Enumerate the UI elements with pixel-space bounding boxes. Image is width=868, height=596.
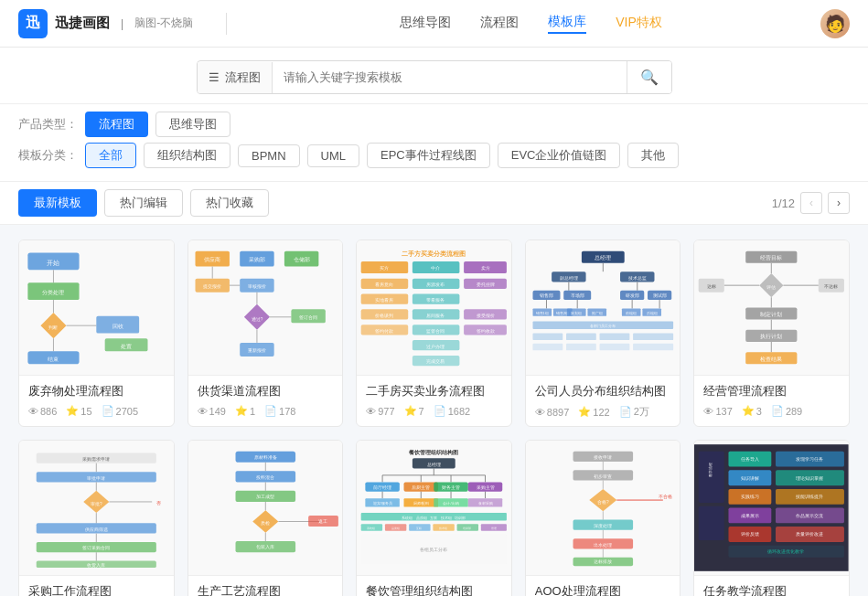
svg-text:审核报价: 审核报价	[248, 283, 266, 289]
svg-text:采购主管: 采购主管	[477, 484, 495, 490]
svg-text:过户办理: 过户办理	[426, 344, 445, 349]
svg-rect-111	[599, 344, 629, 350]
prev-page-button[interactable]: ‹	[800, 192, 822, 214]
logo-name: 迅捷画图	[55, 15, 110, 32]
svg-text:委托挂牌: 委托挂牌	[477, 282, 495, 287]
svg-text:制定计划: 制定计划	[761, 311, 783, 317]
card-3[interactable]: 总经理 副总经理 技术总监 销售部 市场部 研发部 测试部	[525, 239, 681, 427]
sort-tabs: 最新模板 热门编辑 热门收藏	[18, 189, 269, 217]
svg-text:回收: 回收	[113, 324, 123, 329]
sort-newest[interactable]: 最新模板	[18, 189, 97, 217]
card-saves-0: 📄 2705	[102, 405, 138, 417]
next-page-button[interactable]: ›	[828, 192, 850, 214]
card-title-4: 经营管理流程图	[703, 383, 840, 399]
category-epc[interactable]: EPC事件过程线图	[367, 143, 490, 168]
svg-text:作品展示交流: 作品展示交流	[796, 513, 824, 518]
svg-rect-110	[566, 344, 596, 350]
svg-text:二手方买卖分类流程图: 二手方买卖分类流程图	[402, 250, 466, 257]
card-views-1: 👁 149	[198, 406, 226, 417]
svg-text:接收申请: 接收申请	[594, 454, 612, 460]
card-7[interactable]: 餐饮管理组织结构图 总经理 前厅经理 后厨主管 财务主管	[356, 440, 512, 596]
svg-text:检查结果: 检查结果	[761, 357, 783, 362]
svg-text:实地看房: 实地看房	[375, 297, 393, 303]
card-saves-1: 📄 178	[264, 405, 295, 417]
page-info: 1/12	[772, 197, 795, 210]
svg-text:审批?: 审批?	[91, 501, 102, 506]
card-1[interactable]: 供应商 采购部 仓储部 提交报价 审核报价 通过? 签订合同	[188, 239, 344, 427]
pagination: 1/12 ‹ ›	[772, 192, 850, 214]
card-thumb-8: 接收申请 初步审查 合格? 深度处理 出水处理 达标排放	[526, 441, 680, 576]
nav-templates[interactable]: 模板库	[548, 14, 586, 34]
nav-vip[interactable]: VIP特权	[616, 15, 662, 33]
card-info-0: 废弃物处理流程图 👁 886 ⭐ 15 📄 2705	[19, 376, 174, 424]
svg-text:监督合同: 监督合同	[426, 328, 445, 334]
svg-text:采购部: 采购部	[249, 256, 265, 262]
svg-text:策划组: 策划组	[571, 311, 582, 315]
search-button[interactable]: 🔍	[627, 61, 671, 93]
svg-text:达标: 达标	[707, 283, 716, 289]
card-4[interactable]: 经营目标 评估 制定计划 执行计划 检查结果 不达标	[693, 239, 850, 427]
svg-text:加工成型: 加工成型	[256, 494, 274, 499]
svg-text:投料混合: 投料混合	[255, 474, 274, 480]
logo-icon: 迅	[18, 9, 48, 38]
category-filter-label: 模板分类：	[18, 147, 78, 164]
svg-text:深度处理: 深度处理	[594, 523, 612, 528]
card-views-2: 👁 977	[366, 406, 394, 417]
category-org[interactable]: 组织结构图	[144, 143, 230, 168]
filter-flowchart[interactable]: 流程图	[85, 112, 148, 137]
svg-text:签订采购合同: 签订采购合同	[82, 545, 110, 550]
sort-popular-edit[interactable]: 热门编辑	[104, 189, 183, 217]
card-8[interactable]: 接收申请 初步审查 合格? 深度处理 出水处理 达标排放	[525, 440, 681, 596]
card-9[interactable]: 教学流程 任务导入 知识讲解 实践练习 成果展示 评价反馈 发现学习任务 理论知…	[693, 440, 850, 596]
svg-text:合格?: 合格?	[597, 499, 609, 505]
svg-text:质检: 质检	[261, 520, 270, 526]
svg-text:技能训练提升: 技能训练提升	[796, 494, 824, 499]
svg-text:供应商: 供应商	[204, 256, 220, 262]
svg-text:迎宾/服务员: 迎宾/服务员	[373, 501, 392, 506]
search-input[interactable]	[273, 63, 627, 91]
svg-text:接受报价: 接受报价	[477, 313, 495, 318]
category-other[interactable]: 其他	[627, 143, 679, 168]
svg-text:知识讲解: 知识讲解	[741, 475, 759, 481]
card-title-5: 采购工作流程图	[28, 583, 165, 596]
card-6[interactable]: 原材料准备 投料混合 加工成型 质检 包装入库 返工	[188, 440, 344, 596]
card-info-9: 任务教学流程图 👁 410 ⭐ 5 📄 183	[694, 576, 849, 596]
category-all[interactable]: 全部	[85, 143, 136, 168]
nav-menu: 思维导图 流程图 模板库 VIP特权	[241, 14, 820, 34]
product-filter-label: 产品类型：	[18, 116, 78, 133]
nav-mindmap[interactable]: 思维导图	[400, 15, 451, 33]
card-thumb-9: 教学流程 任务导入 知识讲解 实践练习 成果展示 评价反馈 发现学习任务 理论知…	[694, 441, 849, 576]
nav-flowchart[interactable]: 流程图	[480, 15, 519, 33]
svg-text:判断: 判断	[48, 325, 58, 330]
svg-text:结束: 结束	[48, 357, 59, 362]
svg-text:重新报价: 重新报价	[248, 347, 266, 353]
logo-area[interactable]: 迅 迅捷画图 | 脑图-不烧脑	[18, 9, 193, 38]
svg-text:带看服务: 带看服务	[426, 297, 445, 303]
svg-text:看房意向: 看房意向	[375, 282, 393, 287]
category-bpmn[interactable]: BPMN	[238, 144, 300, 167]
svg-rect-109	[532, 344, 563, 350]
card-views-4: 👁 137	[703, 406, 732, 417]
svg-text:培训部: 培训部	[463, 527, 472, 530]
card-meta-1: 👁 149 ⭐ 1 📄 178	[198, 405, 334, 417]
category-evc[interactable]: EVC企业价值链图	[498, 143, 621, 168]
category-uml[interactable]: UML	[307, 144, 359, 167]
search-prefix[interactable]: ☰ 流程图	[198, 62, 273, 93]
svg-text:中介: 中介	[431, 265, 440, 271]
svg-rect-107	[599, 334, 629, 340]
svg-text:原材料准备: 原材料准备	[253, 454, 276, 460]
card-5[interactable]: 采购需求申请 审批申请 审批? 供应商筛选 签订采购合同 收货入库	[18, 440, 175, 596]
avatar[interactable]: 🧑	[820, 9, 850, 38]
svg-text:餐饮管理组织结构图: 餐饮管理组织结构图	[409, 449, 458, 455]
card-2[interactable]: 二手方买卖分类流程图 买方 中介 卖方 看房意向 房源发布 委托挂牌 实地看房	[356, 239, 512, 427]
card-info-4: 经营管理流程图 👁 137 ⭐ 3 📄 289	[694, 376, 849, 424]
svg-rect-105	[532, 334, 563, 340]
card-0[interactable]: 开始 分类处理 判断 回收 结束 处置	[18, 239, 175, 427]
menu-icon: ☰	[209, 70, 220, 84]
svg-text:实践练习: 实践练习	[741, 494, 759, 499]
card-views-3: 👁 8897	[535, 407, 569, 418]
sort-popular-save[interactable]: 热门收藏	[190, 189, 269, 217]
filter-mindmap[interactable]: 思维导图	[155, 112, 230, 137]
svg-text:后厨主管: 后厨主管	[412, 484, 430, 490]
svg-text:采购需求申请: 采购需求申请	[82, 456, 110, 462]
